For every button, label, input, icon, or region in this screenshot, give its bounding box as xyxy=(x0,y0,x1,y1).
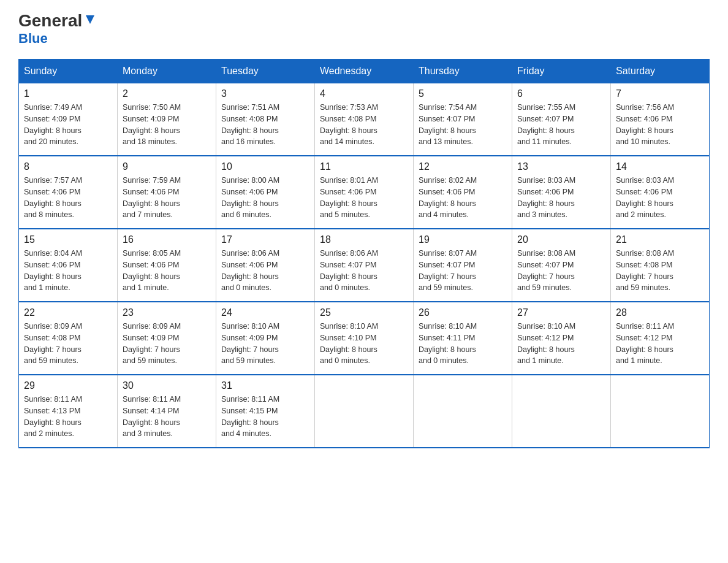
day-number: 5 xyxy=(419,88,507,99)
day-info: Sunrise: 8:06 AMSunset: 4:06 PMDaylight:… xyxy=(221,248,309,294)
day-number: 6 xyxy=(517,88,605,99)
day-number: 16 xyxy=(123,234,211,245)
day-cell: 16Sunrise: 8:05 AMSunset: 4:06 PMDayligh… xyxy=(118,229,216,302)
day-info: Sunrise: 8:03 AMSunset: 4:06 PMDaylight:… xyxy=(517,175,605,221)
day-cell: 28Sunrise: 8:11 AMSunset: 4:12 PMDayligh… xyxy=(611,302,710,375)
logo-blue-text: Blue xyxy=(18,31,48,47)
day-cell: 23Sunrise: 8:09 AMSunset: 4:09 PMDayligh… xyxy=(118,302,216,375)
day-number: 19 xyxy=(419,234,507,245)
day-cell: 31Sunrise: 8:11 AMSunset: 4:15 PMDayligh… xyxy=(216,375,315,448)
logo: General Blue xyxy=(18,12,97,47)
day-cell: 5Sunrise: 7:54 AMSunset: 4:07 PMDaylight… xyxy=(414,83,512,156)
day-number: 14 xyxy=(616,161,704,172)
day-number: 11 xyxy=(320,161,408,172)
day-cell: 9Sunrise: 7:59 AMSunset: 4:06 PMDaylight… xyxy=(118,156,216,229)
day-cell: 20Sunrise: 8:08 AMSunset: 4:07 PMDayligh… xyxy=(512,229,611,302)
day-cell: 26Sunrise: 8:10 AMSunset: 4:11 PMDayligh… xyxy=(414,302,512,375)
day-info: Sunrise: 7:59 AMSunset: 4:06 PMDaylight:… xyxy=(123,175,211,221)
day-number: 17 xyxy=(221,234,309,245)
day-number: 23 xyxy=(123,307,211,318)
week-row-2: 8Sunrise: 7:57 AMSunset: 4:06 PMDaylight… xyxy=(19,156,710,229)
svg-marker-0 xyxy=(86,15,94,24)
day-cell xyxy=(315,375,414,448)
header-thursday: Thursday xyxy=(414,59,512,83)
day-number: 2 xyxy=(123,88,211,99)
day-info: Sunrise: 8:08 AMSunset: 4:07 PMDaylight:… xyxy=(517,248,605,294)
day-number: 22 xyxy=(24,307,112,318)
day-info: Sunrise: 8:11 AMSunset: 4:14 PMDaylight:… xyxy=(123,394,211,440)
day-cell: 2Sunrise: 7:50 AMSunset: 4:09 PMDaylight… xyxy=(118,83,216,156)
day-cell: 6Sunrise: 7:55 AMSunset: 4:07 PMDaylight… xyxy=(512,83,611,156)
header-monday: Monday xyxy=(118,59,216,83)
day-number: 27 xyxy=(517,307,605,318)
day-info: Sunrise: 7:50 AMSunset: 4:09 PMDaylight:… xyxy=(123,102,211,148)
day-number: 13 xyxy=(517,161,605,172)
day-info: Sunrise: 8:11 AMSunset: 4:13 PMDaylight:… xyxy=(24,394,112,440)
day-info: Sunrise: 7:51 AMSunset: 4:08 PMDaylight:… xyxy=(221,102,309,148)
page-header: General Blue xyxy=(18,12,710,47)
day-number: 15 xyxy=(24,234,112,245)
day-number: 28 xyxy=(616,307,704,318)
day-number: 25 xyxy=(320,307,408,318)
day-info: Sunrise: 8:08 AMSunset: 4:08 PMDaylight:… xyxy=(616,248,704,294)
day-number: 18 xyxy=(320,234,408,245)
day-cell xyxy=(512,375,611,448)
day-info: Sunrise: 7:54 AMSunset: 4:07 PMDaylight:… xyxy=(419,102,507,148)
day-number: 20 xyxy=(517,234,605,245)
day-info: Sunrise: 8:10 AMSunset: 4:09 PMDaylight:… xyxy=(221,321,309,367)
week-row-4: 22Sunrise: 8:09 AMSunset: 4:08 PMDayligh… xyxy=(19,302,710,375)
day-info: Sunrise: 7:57 AMSunset: 4:06 PMDaylight:… xyxy=(24,175,112,221)
calendar-header-row: SundayMondayTuesdayWednesdayThursdayFrid… xyxy=(19,59,710,83)
day-info: Sunrise: 8:11 AMSunset: 4:15 PMDaylight:… xyxy=(221,394,309,440)
day-number: 30 xyxy=(123,380,211,391)
day-number: 29 xyxy=(24,380,112,391)
day-info: Sunrise: 8:09 AMSunset: 4:08 PMDaylight:… xyxy=(24,321,112,367)
day-info: Sunrise: 7:55 AMSunset: 4:07 PMDaylight:… xyxy=(517,102,605,148)
day-cell: 29Sunrise: 8:11 AMSunset: 4:13 PMDayligh… xyxy=(19,375,118,448)
day-cell: 17Sunrise: 8:06 AMSunset: 4:06 PMDayligh… xyxy=(216,229,315,302)
day-info: Sunrise: 8:09 AMSunset: 4:09 PMDaylight:… xyxy=(123,321,211,367)
day-number: 24 xyxy=(221,307,309,318)
day-info: Sunrise: 8:01 AMSunset: 4:06 PMDaylight:… xyxy=(320,175,408,221)
day-info: Sunrise: 8:10 AMSunset: 4:12 PMDaylight:… xyxy=(517,321,605,367)
day-cell xyxy=(611,375,710,448)
logo-general-text: General xyxy=(18,12,82,29)
day-number: 8 xyxy=(24,161,112,172)
day-cell: 14Sunrise: 8:03 AMSunset: 4:06 PMDayligh… xyxy=(611,156,710,229)
day-cell: 3Sunrise: 7:51 AMSunset: 4:08 PMDaylight… xyxy=(216,83,315,156)
day-cell: 8Sunrise: 7:57 AMSunset: 4:06 PMDaylight… xyxy=(19,156,118,229)
day-info: Sunrise: 8:00 AMSunset: 4:06 PMDaylight:… xyxy=(221,175,309,221)
day-cell: 12Sunrise: 8:02 AMSunset: 4:06 PMDayligh… xyxy=(414,156,512,229)
day-number: 10 xyxy=(221,161,309,172)
day-cell: 21Sunrise: 8:08 AMSunset: 4:08 PMDayligh… xyxy=(611,229,710,302)
day-number: 3 xyxy=(221,88,309,99)
day-info: Sunrise: 7:49 AMSunset: 4:09 PMDaylight:… xyxy=(24,102,112,148)
day-info: Sunrise: 8:04 AMSunset: 4:06 PMDaylight:… xyxy=(24,248,112,294)
day-cell: 4Sunrise: 7:53 AMSunset: 4:08 PMDaylight… xyxy=(315,83,414,156)
day-cell: 18Sunrise: 8:06 AMSunset: 4:07 PMDayligh… xyxy=(315,229,414,302)
day-number: 21 xyxy=(616,234,704,245)
logo-triangle-icon xyxy=(83,13,97,26)
day-info: Sunrise: 7:56 AMSunset: 4:06 PMDaylight:… xyxy=(616,102,704,148)
day-info: Sunrise: 8:10 AMSunset: 4:10 PMDaylight:… xyxy=(320,321,408,367)
day-info: Sunrise: 7:53 AMSunset: 4:08 PMDaylight:… xyxy=(320,102,408,148)
header-friday: Friday xyxy=(512,59,611,83)
week-row-5: 29Sunrise: 8:11 AMSunset: 4:13 PMDayligh… xyxy=(19,375,710,448)
day-number: 9 xyxy=(123,161,211,172)
header-tuesday: Tuesday xyxy=(216,59,315,83)
day-cell: 13Sunrise: 8:03 AMSunset: 4:06 PMDayligh… xyxy=(512,156,611,229)
week-row-3: 15Sunrise: 8:04 AMSunset: 4:06 PMDayligh… xyxy=(19,229,710,302)
header-wednesday: Wednesday xyxy=(315,59,414,83)
day-info: Sunrise: 8:06 AMSunset: 4:07 PMDaylight:… xyxy=(320,248,408,294)
day-cell: 19Sunrise: 8:07 AMSunset: 4:07 PMDayligh… xyxy=(414,229,512,302)
day-info: Sunrise: 8:03 AMSunset: 4:06 PMDaylight:… xyxy=(616,175,704,221)
header-sunday: Sunday xyxy=(19,59,118,83)
day-cell: 10Sunrise: 8:00 AMSunset: 4:06 PMDayligh… xyxy=(216,156,315,229)
day-info: Sunrise: 8:05 AMSunset: 4:06 PMDaylight:… xyxy=(123,248,211,294)
day-number: 7 xyxy=(616,88,704,99)
day-cell: 25Sunrise: 8:10 AMSunset: 4:10 PMDayligh… xyxy=(315,302,414,375)
header-saturday: Saturday xyxy=(611,59,710,83)
day-number: 4 xyxy=(320,88,408,99)
day-cell: 24Sunrise: 8:10 AMSunset: 4:09 PMDayligh… xyxy=(216,302,315,375)
day-cell: 30Sunrise: 8:11 AMSunset: 4:14 PMDayligh… xyxy=(118,375,216,448)
